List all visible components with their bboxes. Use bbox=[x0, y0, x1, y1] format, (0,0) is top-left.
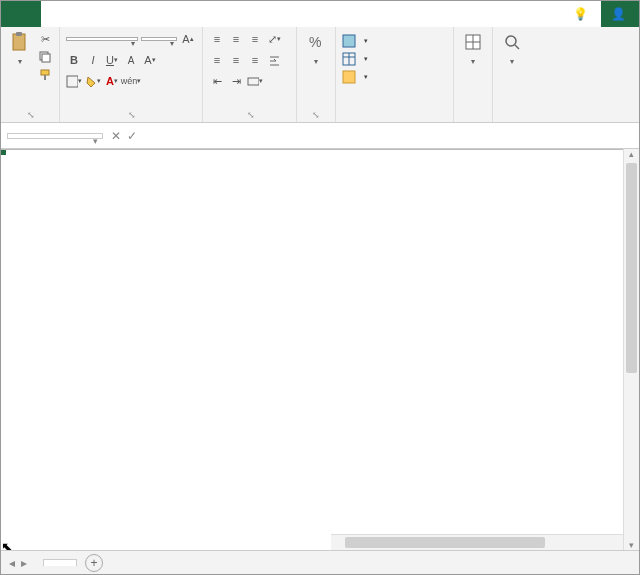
find-icon bbox=[503, 31, 521, 53]
align-top-button[interactable]: ≡ bbox=[209, 31, 225, 47]
italic-button[interactable]: I bbox=[85, 52, 101, 68]
worksheet-grid[interactable] bbox=[1, 149, 639, 539]
fill-color-button[interactable]: ▾ bbox=[85, 73, 101, 89]
dialog-launcher-icon[interactable]: ⤡ bbox=[27, 110, 35, 120]
group-number: % ▾ ⤡ bbox=[297, 27, 336, 122]
conditional-formatting-button[interactable]: ▾ bbox=[342, 33, 368, 49]
name-box[interactable] bbox=[7, 133, 103, 139]
group-cells: ▾ bbox=[454, 27, 493, 122]
horizontal-scrollbar[interactable] bbox=[331, 534, 623, 550]
vertical-scrollbar[interactable]: ▴ ▾ bbox=[623, 149, 639, 550]
svg-rect-9 bbox=[343, 35, 355, 47]
bulb-icon: 💡 bbox=[573, 7, 588, 21]
increase-font-button-2[interactable]: A▾ bbox=[142, 52, 158, 68]
tab-view[interactable] bbox=[141, 1, 161, 27]
decrease-indent-button[interactable]: ⇤ bbox=[209, 73, 225, 89]
svg-rect-7 bbox=[248, 78, 259, 85]
orientation-button[interactable]: ⤢▾ bbox=[266, 31, 282, 47]
copy-button[interactable] bbox=[37, 49, 53, 65]
scissors-icon: ✂ bbox=[41, 33, 50, 46]
chevron-down-icon: ▾ bbox=[510, 57, 514, 66]
merge-icon bbox=[247, 75, 259, 88]
editing-button[interactable]: ▾ bbox=[499, 29, 525, 68]
scroll-down-icon[interactable]: ▾ bbox=[624, 540, 639, 550]
align-bottom-button[interactable]: ≡ bbox=[247, 31, 263, 47]
align-middle-button[interactable]: ≡ bbox=[228, 31, 244, 47]
bucket-icon bbox=[85, 75, 97, 88]
wrap-text-button[interactable] bbox=[266, 52, 282, 68]
cell-styles-button[interactable]: ▾ bbox=[342, 69, 368, 85]
svg-text:%: % bbox=[309, 34, 321, 50]
format-as-table-button[interactable]: ▾ bbox=[342, 51, 368, 67]
prev-sheet-button[interactable]: ◂ bbox=[9, 556, 15, 570]
cancel-formula-button[interactable]: ✕ bbox=[111, 129, 121, 143]
cell-style-icon bbox=[342, 70, 356, 84]
scroll-up-icon[interactable]: ▴ bbox=[624, 149, 639, 159]
cell-selection bbox=[1, 150, 5, 154]
bold-button[interactable]: B bbox=[66, 52, 82, 68]
paste-button[interactable]: ▾ bbox=[7, 29, 33, 68]
font-name-combo[interactable] bbox=[66, 37, 138, 41]
align-right-button[interactable]: ≡ bbox=[247, 52, 263, 68]
chevron-down-icon: ▾ bbox=[314, 57, 318, 66]
tell-me[interactable]: 💡 bbox=[563, 1, 601, 27]
merge-button[interactable]: ▾ bbox=[247, 73, 263, 89]
wrap-icon bbox=[268, 54, 281, 67]
scroll-thumb[interactable] bbox=[345, 537, 545, 548]
font-size-combo[interactable] bbox=[141, 37, 177, 41]
percent-icon: % bbox=[307, 31, 325, 53]
decrease-font-button[interactable]: A bbox=[123, 52, 139, 68]
tab-home[interactable] bbox=[21, 1, 41, 27]
next-sheet-button[interactable]: ▸ bbox=[21, 556, 27, 570]
cut-button[interactable]: ✂ bbox=[37, 31, 53, 47]
sheet-tab-bar: ◂ ▸ + bbox=[1, 550, 639, 574]
svg-point-17 bbox=[506, 36, 516, 46]
increase-font-button[interactable]: A▴ bbox=[180, 31, 196, 47]
font-color-button[interactable]: A▾ bbox=[104, 73, 120, 89]
svg-rect-1 bbox=[16, 32, 22, 36]
svg-rect-4 bbox=[41, 70, 49, 75]
group-styles: ▾ ▾ ▾ bbox=[336, 27, 454, 122]
sheet-tab[interactable] bbox=[43, 559, 77, 566]
increase-indent-button[interactable]: ⇥ bbox=[228, 73, 244, 89]
paste-icon bbox=[11, 31, 29, 53]
align-center-button[interactable]: ≡ bbox=[228, 52, 244, 68]
ribbon: ▾ ✂ ⤡ A▴ B I U▾ A A▾ ▾ bbox=[1, 27, 639, 123]
number-format-button[interactable]: % ▾ bbox=[303, 29, 329, 68]
svg-rect-5 bbox=[44, 75, 46, 80]
tab-file[interactable] bbox=[1, 1, 21, 27]
tab-developer[interactable] bbox=[161, 1, 181, 27]
svg-rect-13 bbox=[343, 71, 355, 83]
table-format-icon bbox=[342, 52, 356, 66]
border-button[interactable]: ▾ bbox=[66, 73, 82, 89]
ribbon-tabs: 💡 👤 bbox=[1, 1, 639, 27]
share-icon: 👤 bbox=[611, 7, 626, 21]
group-alignment: ≡ ≡ ≡ ⤢▾ ≡ ≡ ≡ ⇤ ⇥ ▾ ⤡ bbox=[203, 27, 297, 122]
chevron-down-icon: ▾ bbox=[18, 57, 22, 66]
dialog-launcher-icon[interactable]: ⤡ bbox=[312, 110, 320, 120]
copy-icon bbox=[38, 50, 52, 64]
formula-bar-row: ✕ ✓ bbox=[1, 123, 639, 149]
tab-review[interactable] bbox=[121, 1, 141, 27]
cond-format-icon bbox=[342, 34, 356, 48]
underline-button[interactable]: U▾ bbox=[104, 52, 120, 68]
group-editing: ▾ bbox=[493, 27, 531, 122]
cells-button[interactable]: ▾ bbox=[460, 29, 486, 68]
add-sheet-button[interactable]: + bbox=[85, 554, 103, 572]
tab-page-layout[interactable] bbox=[61, 1, 81, 27]
dialog-launcher-icon[interactable]: ⤡ bbox=[128, 110, 136, 120]
tab-insert[interactable] bbox=[41, 1, 61, 27]
dialog-launcher-icon[interactable]: ⤡ bbox=[247, 110, 255, 120]
format-painter-button[interactable] bbox=[37, 67, 53, 83]
align-left-button[interactable]: ≡ bbox=[209, 52, 225, 68]
share-button[interactable]: 👤 bbox=[601, 1, 639, 27]
chevron-down-icon: ▾ bbox=[471, 57, 475, 66]
brush-icon bbox=[38, 68, 52, 82]
svg-rect-6 bbox=[67, 76, 78, 87]
phonetic-button[interactable]: wén▾ bbox=[123, 73, 139, 89]
enter-formula-button[interactable]: ✓ bbox=[127, 129, 137, 143]
scroll-thumb[interactable] bbox=[626, 163, 637, 373]
group-clipboard: ▾ ✂ ⤡ bbox=[1, 27, 60, 122]
tab-formulas[interactable] bbox=[81, 1, 101, 27]
tab-data[interactable] bbox=[101, 1, 121, 27]
